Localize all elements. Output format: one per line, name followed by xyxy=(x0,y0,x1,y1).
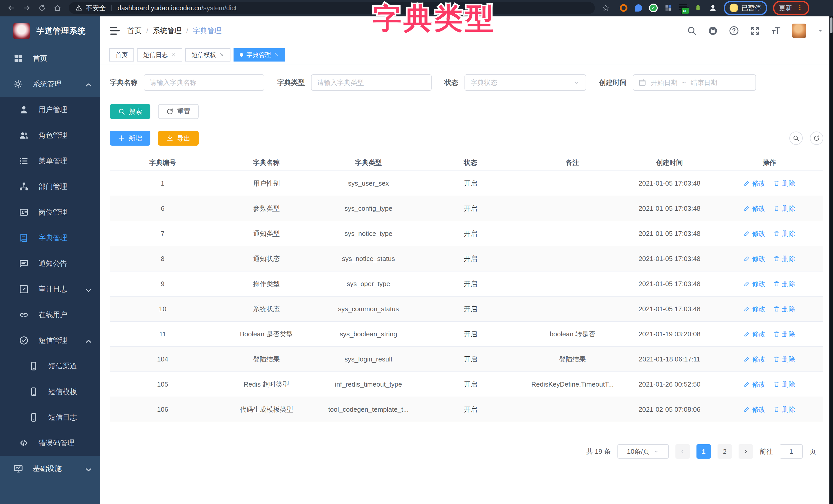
edit-row-button[interactable]: 修改 xyxy=(743,279,765,288)
delete-row-button[interactable]: 删除 xyxy=(773,305,795,313)
delete-row-button[interactable]: 删除 xyxy=(773,405,795,414)
sidebar-item-角色管理[interactable]: 角色管理 xyxy=(0,123,100,148)
edit-row-button[interactable]: 修改 xyxy=(743,254,765,263)
page-button-2[interactable]: 2 xyxy=(717,444,732,459)
tab-短信日志[interactable]: 短信日志 xyxy=(137,48,182,61)
date-range-picker[interactable]: 开始日期 ~ 结束日期 xyxy=(633,74,756,91)
cell-type-link[interactable]: sys_config_type xyxy=(317,196,420,221)
github-icon[interactable] xyxy=(708,26,718,36)
edit-row-button[interactable]: 修改 xyxy=(743,380,765,389)
sidebar-item-系统管理[interactable]: 系统管理 xyxy=(0,71,100,97)
dict-type-input[interactable] xyxy=(311,74,432,91)
refresh-table-button[interactable] xyxy=(810,131,823,145)
cell-type-link[interactable]: sys_common_status xyxy=(317,296,420,322)
blue-bulb-extension-icon[interactable] xyxy=(634,3,643,12)
delete-row-button[interactable]: 删除 xyxy=(773,229,795,238)
cell-type-link[interactable]: sys_user_sex xyxy=(317,171,420,196)
orange-ring-extension-icon[interactable] xyxy=(619,3,628,12)
tab-字典管理[interactable]: 字典管理 xyxy=(234,48,285,61)
sidebar-item-部门管理[interactable]: 部门管理 xyxy=(0,174,100,199)
page-scrollbar[interactable] xyxy=(829,17,833,504)
edit-row-button[interactable]: 修改 xyxy=(743,229,765,238)
sidebar-item-基础设施[interactable]: 基础设施 xyxy=(0,456,100,481)
add-button[interactable]: 新增 xyxy=(110,131,150,146)
delete-row-button[interactable]: 删除 xyxy=(773,179,795,188)
sidebar-item-在线用户[interactable]: 在线用户 xyxy=(0,302,100,328)
next-page-button[interactable] xyxy=(739,444,753,459)
fullscreen-icon[interactable] xyxy=(750,26,760,36)
breadcrumb-item[interactable]: 字典管理 xyxy=(193,26,222,35)
sidebar-item-错误码管理[interactable]: 错误码管理 xyxy=(0,430,100,456)
reset-button[interactable]: 重置 xyxy=(158,104,199,119)
bars-on-extension-icon[interactable]: on xyxy=(679,3,688,12)
tab-短信模板[interactable]: 短信模板 xyxy=(185,48,231,61)
address-bar[interactable]: 不安全 dashboard.yudao.iocoder.cn/system/di… xyxy=(69,2,595,14)
page-size-select[interactable]: 10条/页 xyxy=(617,444,669,459)
hamburger-icon[interactable] xyxy=(109,25,121,36)
back-arrow-icon[interactable] xyxy=(5,1,18,15)
home-icon[interactable] xyxy=(51,1,64,15)
search-button[interactable]: 搜索 xyxy=(110,104,150,119)
font-size-icon[interactable] xyxy=(771,26,781,36)
android-extension-icon[interactable] xyxy=(693,3,703,12)
dict-name-input[interactable] xyxy=(144,74,264,91)
cell-type-link[interactable]: sys_notice_status xyxy=(317,246,420,271)
page-button-1[interactable]: 1 xyxy=(696,444,711,459)
sidebar-item-菜单管理[interactable]: 菜单管理 xyxy=(0,148,100,174)
delete-row-button[interactable]: 删除 xyxy=(773,380,795,389)
sidebar-item-短信模板[interactable]: 短信模板 xyxy=(0,379,100,405)
cell-type-link[interactable]: inf_redis_timeout_type xyxy=(317,372,420,397)
scrollbar-thumb[interactable] xyxy=(830,18,832,33)
sidebar-item-首页[interactable]: 首页 xyxy=(0,46,100,71)
delete-row-button[interactable]: 删除 xyxy=(773,254,795,263)
delete-row-button[interactable]: 删除 xyxy=(773,355,795,364)
edit-row-button[interactable]: 修改 xyxy=(743,179,765,188)
breadcrumb-item[interactable]: 首页 xyxy=(127,26,142,35)
delete-row-button[interactable]: 删除 xyxy=(773,204,795,213)
edit-row-button[interactable]: 修改 xyxy=(743,204,765,213)
sidebar-item-通知公告[interactable]: 通知公告 xyxy=(0,251,100,276)
sidebar-item-字典管理[interactable]: 字典管理 xyxy=(0,225,100,251)
sidebar-item-岗位管理[interactable]: 岗位管理 xyxy=(0,199,100,225)
profile-extension-icon[interactable] xyxy=(708,3,717,12)
user-avatar[interactable] xyxy=(792,24,806,38)
edit-row-button[interactable]: 修改 xyxy=(743,355,765,364)
sidebar-item-审计日志[interactable]: 审计日志 xyxy=(0,276,100,302)
bookmark-star-icon[interactable] xyxy=(599,1,612,15)
grid-extension-icon[interactable] xyxy=(664,3,673,12)
app-logo-row[interactable]: 芋道管理系统 xyxy=(0,17,100,46)
edit-row-button[interactable]: 修改 xyxy=(743,330,765,339)
delete-row-button[interactable]: 删除 xyxy=(773,279,795,288)
kebab-menu-icon[interactable] xyxy=(796,4,804,12)
cell-type-link[interactable]: sys_oper_type xyxy=(317,271,420,296)
close-icon[interactable] xyxy=(219,52,224,57)
update-button[interactable]: 更新 xyxy=(773,1,809,16)
reload-icon[interactable] xyxy=(35,1,49,15)
status-select[interactable]: 字典状态 xyxy=(465,74,586,91)
close-icon[interactable] xyxy=(171,52,176,57)
green-check-extension-icon[interactable]: ✓ xyxy=(649,3,658,12)
sidebar-item-短信管理[interactable]: 短信管理 xyxy=(0,328,100,353)
cell-type-link[interactable]: sys_login_result xyxy=(317,347,420,372)
prev-page-button[interactable] xyxy=(675,444,690,459)
delete-row-button[interactable]: 删除 xyxy=(773,330,795,339)
chevron-down-icon[interactable] xyxy=(817,27,824,34)
close-icon[interactable] xyxy=(274,52,279,57)
goto-page-input[interactable] xyxy=(780,444,803,459)
help-icon[interactable] xyxy=(729,26,739,36)
cell-type-link[interactable]: tool_codegen_template_t... xyxy=(317,397,420,422)
cell-type-link[interactable]: sys_boolean_string xyxy=(317,322,420,347)
sidebar-item-短信渠道[interactable]: 短信渠道 xyxy=(0,353,100,379)
toggle-search-button[interactable] xyxy=(789,131,803,145)
edit-row-button[interactable]: 修改 xyxy=(743,405,765,414)
profile-paused-chip[interactable]: 已暂停 xyxy=(724,1,767,16)
export-button[interactable]: 导出 xyxy=(158,131,199,146)
sidebar-item-短信日志[interactable]: 短信日志 xyxy=(0,405,100,430)
search-icon[interactable] xyxy=(687,26,697,36)
breadcrumb-item[interactable]: 系统管理 xyxy=(153,26,182,35)
forward-arrow-icon[interactable] xyxy=(20,1,33,15)
tab-首页[interactable]: 首页 xyxy=(109,48,134,61)
cell-type-link[interactable]: sys_notice_type xyxy=(317,221,420,246)
edit-row-button[interactable]: 修改 xyxy=(743,305,765,313)
sidebar-item-用户管理[interactable]: 用户管理 xyxy=(0,97,100,123)
